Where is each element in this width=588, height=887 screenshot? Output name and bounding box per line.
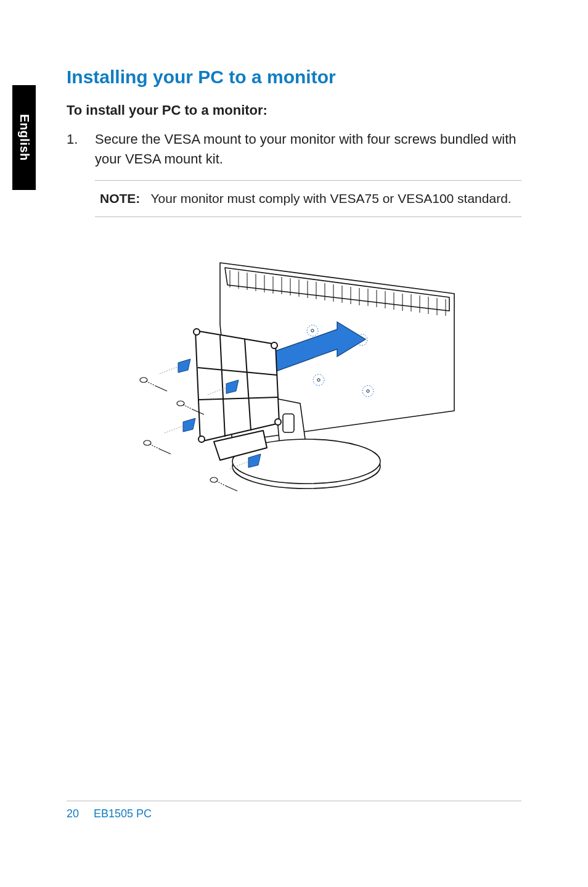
- svg-point-43: [271, 342, 277, 349]
- section-subheading: To install your PC to a monitor:: [67, 102, 521, 118]
- step-text: Secure the VESA mount to your monitor wi…: [95, 130, 521, 169]
- note-body: Your monitor must comply with VESA75 or …: [150, 191, 511, 205]
- screw-icon: [210, 477, 237, 491]
- svg-marker-51: [183, 418, 195, 432]
- svg-rect-34: [283, 414, 294, 432]
- svg-marker-47: [178, 359, 190, 373]
- svg-point-45: [275, 419, 281, 425]
- section-heading: Installing your PC to a monitor: [67, 67, 521, 88]
- page-number: 20: [67, 807, 79, 820]
- note-box: NOTE: Your monitor must comply with VESA…: [95, 180, 521, 217]
- svg-point-44: [198, 436, 205, 442]
- svg-point-46: [140, 377, 147, 382]
- note-label: NOTE:: [100, 191, 140, 205]
- model-name: EB1505 PC: [94, 807, 152, 820]
- language-tab: English: [12, 85, 36, 190]
- language-tab-label: English: [17, 114, 31, 161]
- screw-icon: [144, 440, 171, 454]
- screw-icon: [140, 377, 167, 391]
- note-text: [144, 191, 150, 205]
- svg-point-42: [194, 329, 200, 335]
- steps-list: 1. Secure the VESA mount to your monitor…: [67, 130, 521, 169]
- svg-point-48: [177, 401, 184, 406]
- step-item: 1. Secure the VESA mount to your monitor…: [67, 130, 521, 169]
- vesa-mount-figure: [67, 238, 521, 503]
- svg-point-52: [210, 477, 218, 482]
- step-number: 1.: [67, 130, 95, 169]
- page-content: Installing your PC to a monitor To insta…: [67, 67, 521, 503]
- vesa-mount-illustration: [121, 238, 467, 503]
- page-footer: 20 EB1505 PC: [67, 801, 521, 820]
- svg-point-50: [144, 440, 151, 445]
